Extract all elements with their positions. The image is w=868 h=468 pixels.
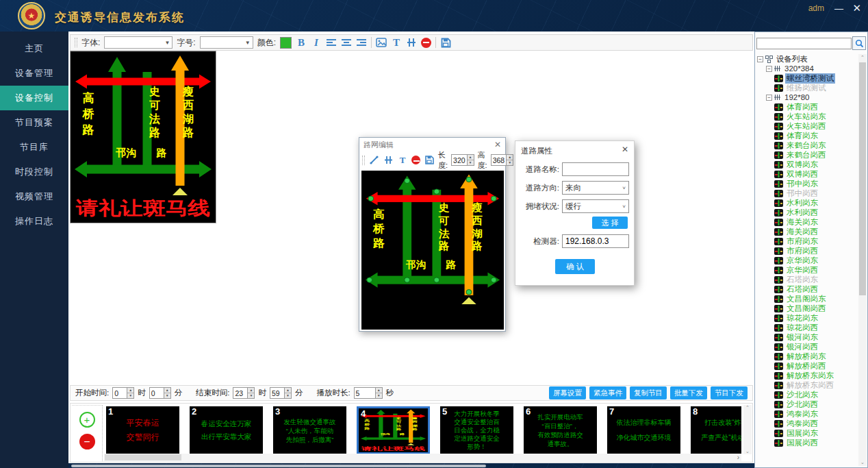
tree-device-item[interactable]: 双博岗东: [757, 160, 857, 169]
tree-device-item[interactable]: 来鹤台岗东: [757, 140, 857, 150]
scroll-right-icon[interactable]: ›: [737, 454, 741, 460]
tree-device-item[interactable]: 文昌阁岗西: [757, 304, 857, 313]
end-minute-spinner[interactable]: 59▲▼: [270, 387, 292, 399]
end-hour-spinner[interactable]: 23▲▼: [233, 387, 255, 399]
action-button-3[interactable]: 复制节目: [630, 386, 667, 399]
sidebar-item-1[interactable]: 主页: [0, 36, 68, 61]
font-size-select[interactable]: ▼: [200, 36, 253, 49]
tree-root[interactable]: −设备列表: [757, 54, 857, 64]
tree-device-item[interactable]: 沙北岗东: [757, 390, 857, 399]
tree-device-item[interactable]: 琼花岗东: [757, 313, 857, 323]
spin-down-icon[interactable]: ▼: [376, 393, 382, 398]
confirm-button[interactable]: 确 认: [555, 259, 595, 274]
tree-device-item[interactable]: 火车站岗西: [757, 121, 857, 131]
tree-device-item[interactable]: 琼花岗西: [757, 323, 857, 332]
tree-device-item[interactable]: 解放桥岗东: [757, 352, 857, 361]
scrollbar-thumb[interactable]: [859, 62, 866, 295]
minimize-button[interactable]: —: [834, 3, 843, 14]
search-button[interactable]: [852, 36, 866, 50]
program-tile-5[interactable]: 5大力开展秋冬季交通安全整治百日会战，全力稳定道路交通安全形势！: [440, 406, 513, 454]
sidebar-item-5[interactable]: 节目库: [0, 135, 68, 160]
tree-device-item[interactable]: 京华岗东: [757, 256, 857, 265]
close-icon[interactable]: ✕: [622, 145, 628, 154]
scroll-up-icon[interactable]: ⌃: [858, 55, 867, 60]
road-network-tool-icon[interactable]: [383, 154, 394, 167]
strip-vertical-scrollbar[interactable]: ⌃⌄: [743, 405, 752, 454]
tree-device-item[interactable]: 体育岗东: [757, 131, 857, 140]
tree-device-item[interactable]: 市府岗西: [757, 246, 857, 256]
close-button[interactable]: ✕: [852, 2, 861, 14]
spin-up-icon[interactable]: ▲: [164, 388, 170, 393]
sidebar-item-3[interactable]: 设备控制: [0, 86, 68, 110]
tree-device-item[interactable]: 火车站岗东: [757, 112, 857, 121]
sign-preview-canvas[interactable]: 高桥路史可法路瘦西湖路邗沟路请礼让斑马线: [71, 51, 216, 223]
program-tile-8[interactable]: 8打击改装“炸街”严查严处“机动车”: [691, 406, 741, 454]
scrollbar-thumb[interactable]: [105, 454, 181, 460]
spin-up-icon[interactable]: ▲: [468, 155, 474, 160]
tree-device-item[interactable]: 市府岗东: [757, 236, 857, 246]
spin-down-icon[interactable]: ▼: [507, 160, 513, 165]
program-tile-7[interactable]: 7依法治理非标车辆净化城市交通环境: [607, 406, 680, 454]
program-tile-2[interactable]: 2春运安全连万家出行平安靠大家: [190, 406, 263, 454]
tree-device-item[interactable]: 邗中岗东: [757, 179, 857, 188]
sidebar-item-8[interactable]: 操作日志: [0, 209, 68, 234]
tree-device-item[interactable]: 国展岗西: [757, 438, 857, 447]
scroll-down-icon[interactable]: ⌄: [745, 449, 750, 454]
text-tool-button[interactable]: T: [397, 154, 408, 167]
tree-device-item[interactable]: 银河岗东: [757, 332, 857, 342]
road-network-edit-canvas[interactable]: 高桥路史可法路瘦西湖路邗沟路: [361, 171, 504, 330]
program-tile-6[interactable]: 6扎实开展电动车“百日整治”，有效预防道路交通事故。: [524, 406, 597, 454]
spin-up-icon[interactable]: ▲: [248, 388, 254, 393]
scroll-down-icon[interactable]: ⌄: [858, 460, 867, 465]
add-program-button[interactable]: +: [79, 412, 95, 428]
tree-device-item[interactable]: 京华岗西: [757, 265, 857, 275]
action-button-4[interactable]: 批量下发: [670, 386, 707, 399]
align-right-icon[interactable]: [356, 36, 367, 49]
insert-image-icon[interactable]: [376, 36, 387, 49]
tree-device-item[interactable]: 维扬岗测试: [757, 83, 857, 93]
length-spinner[interactable]: 320▲▼: [451, 154, 474, 166]
remove-program-button[interactable]: −: [79, 434, 95, 449]
tree-device-item[interactable]: 石塔岗西: [757, 284, 857, 294]
spin-up-icon[interactable]: ▲: [127, 388, 133, 393]
spin-up-icon[interactable]: ▲: [376, 388, 382, 393]
road-name-input[interactable]: [562, 162, 629, 176]
tree-device-item[interactable]: 解放桥岗西: [757, 361, 857, 371]
program-tile-1[interactable]: 1平安春运交警同行: [106, 406, 179, 454]
spin-up-icon[interactable]: ▲: [285, 388, 291, 393]
start-hour-spinner[interactable]: 0▲▼: [112, 387, 134, 399]
tree-device-item[interactable]: 双博岗西: [757, 169, 857, 179]
tree-device-item[interactable]: 邗中岗西: [757, 188, 857, 198]
road-network-tool-icon[interactable]: [406, 36, 417, 49]
italic-button[interactable]: I: [311, 36, 322, 49]
bottom-scrollbar-thumb[interactable]: [71, 465, 486, 468]
spin-down-icon[interactable]: ▼: [248, 393, 254, 398]
action-button-5[interactable]: 节目下发: [711, 386, 748, 399]
spin-down-icon[interactable]: ▼: [127, 393, 133, 398]
tree-device-item[interactable]: 体育岗西: [757, 102, 857, 112]
spin-down-icon[interactable]: ▼: [285, 393, 291, 398]
tree-device-item[interactable]: 沙北岗西: [757, 399, 857, 409]
font-select[interactable]: ▼: [104, 36, 173, 49]
tree-device-item[interactable]: 水利岗东: [757, 198, 857, 208]
draw-road-tool-icon[interactable]: [368, 154, 379, 167]
tree-device-item[interactable]: 国展岗东: [757, 428, 857, 438]
scroll-up-icon[interactable]: ⌃: [745, 405, 750, 410]
tree-group[interactable]: −192*80: [757, 93, 857, 102]
road-direction-select[interactable]: 来向˅: [562, 181, 629, 195]
delete-tool-icon[interactable]: [421, 38, 431, 48]
duration-spinner[interactable]: 5▲▼: [354, 387, 383, 399]
congestion-select[interactable]: 缓行˅: [562, 199, 629, 213]
text-tool-button[interactable]: T: [391, 36, 402, 49]
delete-tool-icon[interactable]: [411, 156, 420, 164]
sidebar-item-4[interactable]: 节目预案: [0, 110, 68, 135]
save-icon[interactable]: [440, 36, 451, 49]
close-icon[interactable]: ✕: [494, 140, 501, 149]
spin-down-icon[interactable]: ▼: [468, 160, 474, 165]
tree-device-item[interactable]: 石塔岗东: [757, 275, 857, 284]
sidebar-item-7[interactable]: 视频管理: [0, 184, 68, 209]
save-icon[interactable]: [424, 154, 435, 167]
device-search-input[interactable]: [756, 38, 852, 49]
tree-device-item[interactable]: 鸿泰岗东: [757, 409, 857, 419]
tree-device-item[interactable]: 鸿泰岗西: [757, 419, 857, 428]
